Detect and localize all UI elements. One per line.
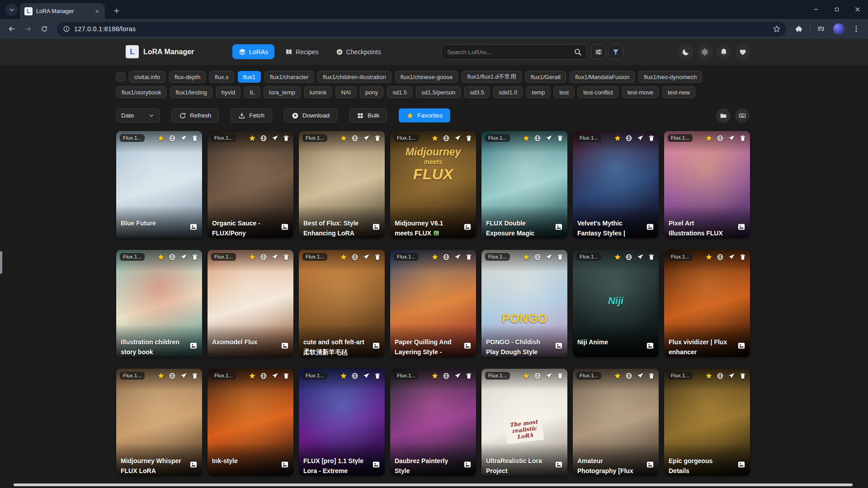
search-input[interactable] (447, 49, 574, 56)
example-images-icon[interactable] (372, 223, 380, 231)
send-icon[interactable] (637, 372, 644, 380)
favorite-star-icon[interactable] (614, 372, 621, 380)
send-icon[interactable] (545, 135, 552, 142)
filter-chip[interactable]: flux1/Geralt (525, 71, 566, 83)
civitai-globe-icon[interactable] (717, 372, 724, 380)
civitai-globe-icon[interactable] (534, 253, 541, 261)
notifications-button[interactable] (716, 44, 731, 60)
send-icon[interactable] (454, 253, 461, 261)
favorite-star-icon[interactable] (431, 135, 439, 142)
send-icon[interactable] (271, 135, 278, 142)
profile-avatar[interactable] (833, 23, 844, 35)
send-icon[interactable] (271, 253, 278, 261)
send-icon[interactable] (637, 135, 644, 142)
window-close-button[interactable] (847, 0, 868, 19)
tab-checkpoints[interactable]: Checkpoints (330, 44, 387, 59)
filter-chip[interactable]: lumink (304, 86, 332, 98)
civitai-globe-icon[interactable] (625, 135, 632, 142)
example-images-icon[interactable] (281, 223, 289, 231)
send-icon[interactable] (728, 135, 735, 142)
example-images-icon[interactable] (372, 342, 380, 350)
theme-toggle-button[interactable] (678, 44, 693, 60)
example-images-icon[interactable] (555, 460, 563, 469)
example-images-icon[interactable] (463, 460, 472, 469)
lora-card[interactable]: Flux.1... Illustration children story bo… (116, 250, 202, 357)
lora-card[interactable]: The mostrealisticLoRA Flux.1... UltraRea… (481, 369, 567, 476)
favorite-star-icon[interactable] (157, 372, 165, 380)
favorite-star-icon[interactable] (523, 372, 530, 380)
send-icon[interactable] (545, 372, 552, 380)
delete-icon[interactable] (465, 135, 472, 142)
civitai-globe-icon[interactable] (351, 372, 359, 380)
civitai-globe-icon[interactable] (260, 253, 267, 261)
filter-chip[interactable]: civitai.info (129, 71, 165, 83)
bookmark-star-icon[interactable] (770, 25, 783, 33)
lora-card[interactable]: Flux.1... Velvet's Mythic Fantasy Styles… (573, 131, 659, 238)
delete-icon[interactable] (557, 372, 564, 380)
lora-card[interactable]: Flux.1... Best of Flux: Style Enhancing … (299, 131, 385, 238)
window-maximize-button[interactable] (826, 0, 847, 19)
extensions-button[interactable] (792, 22, 806, 36)
address-bar[interactable]: 127.0.0.1:8188/loras (57, 22, 786, 37)
delete-icon[interactable] (374, 253, 381, 261)
delete-icon[interactable] (191, 372, 198, 380)
example-images-icon[interactable] (646, 460, 654, 469)
filter-chip[interactable]: flux1/character (264, 71, 314, 83)
civitai-globe-icon[interactable] (717, 253, 724, 261)
example-images-icon[interactable] (189, 460, 198, 469)
delete-icon[interactable] (283, 135, 290, 142)
filter-chip[interactable]: sd1.5/person (416, 86, 461, 98)
delete-icon[interactable] (648, 253, 655, 261)
support-button[interactable] (735, 44, 750, 60)
send-icon[interactable] (728, 372, 735, 380)
civitai-globe-icon[interactable] (534, 135, 541, 142)
send-icon[interactable] (728, 253, 735, 261)
lora-card[interactable]: Flux.1... Midjourney Whisper FLUX LoRA (116, 369, 202, 476)
lora-card[interactable]: Flux.1... Axomodel Flux (208, 250, 293, 357)
lora-card[interactable]: PONGO Flux.1... PONGO - Childish Play Do… (481, 250, 567, 357)
filter-chip[interactable]: lora_temp (264, 86, 301, 98)
delete-icon[interactable] (557, 135, 564, 142)
lora-card[interactable]: Flux.1... Daubrez Painterly Style (390, 369, 476, 476)
filter-chip[interactable]: hyvid (216, 86, 241, 98)
delete-icon[interactable] (739, 372, 746, 380)
filter-chip[interactable]: IL (244, 86, 260, 98)
favorite-star-icon[interactable] (157, 135, 165, 142)
example-images-icon[interactable] (737, 223, 745, 231)
favorite-star-icon[interactable] (523, 135, 530, 142)
filter-chip[interactable]: flux1/MandalaFusion (570, 71, 635, 83)
example-images-icon[interactable] (372, 460, 380, 469)
send-icon[interactable] (363, 135, 370, 142)
civitai-globe-icon[interactable] (351, 135, 359, 142)
favorite-star-icon[interactable] (340, 135, 347, 142)
lora-card[interactable]: Flux.1... Pixel Art Illustrations FLUX (664, 131, 750, 238)
window-minimize-button[interactable] (806, 0, 826, 19)
send-icon[interactable] (180, 372, 187, 380)
media-controls-button[interactable] (814, 22, 828, 36)
lora-card[interactable]: Flux.1... Paper Quilling And Layering St… (390, 250, 476, 357)
civitai-globe-icon[interactable] (443, 135, 450, 142)
example-images-icon[interactable] (737, 460, 745, 469)
civitai-globe-icon[interactable] (534, 372, 541, 380)
favorite-star-icon[interactable] (705, 253, 712, 261)
side-panel-handle[interactable] (0, 251, 2, 274)
filter-chip[interactable]: sd3.5 (464, 86, 490, 98)
filter-chip[interactable]: sdxl1.0 (493, 86, 523, 98)
download-button[interactable]: Download (284, 108, 337, 122)
example-images-icon[interactable] (737, 342, 745, 350)
browser-forward-button[interactable] (21, 22, 35, 36)
delete-icon[interactable] (374, 372, 381, 380)
url-text[interactable]: 127.0.0.1:8188/loras (74, 25, 766, 33)
lora-card[interactable]: Flux.1... Amateur Photography [Flux (573, 369, 659, 476)
favorite-star-icon[interactable] (340, 253, 347, 261)
select-all-checkbox[interactable] (116, 72, 125, 81)
filter-chip[interactable]: test-move (622, 86, 659, 98)
civitai-globe-icon[interactable] (443, 372, 450, 380)
example-images-icon[interactable] (646, 223, 654, 231)
civitai-globe-icon[interactable] (169, 253, 176, 261)
send-icon[interactable] (545, 253, 552, 261)
filter-chip[interactable]: flux-depth (169, 71, 206, 83)
example-images-icon[interactable] (555, 223, 563, 231)
lora-card[interactable]: Niji Flux.1... Niji Anime (573, 250, 659, 357)
filter-chip[interactable]: test (554, 86, 574, 98)
